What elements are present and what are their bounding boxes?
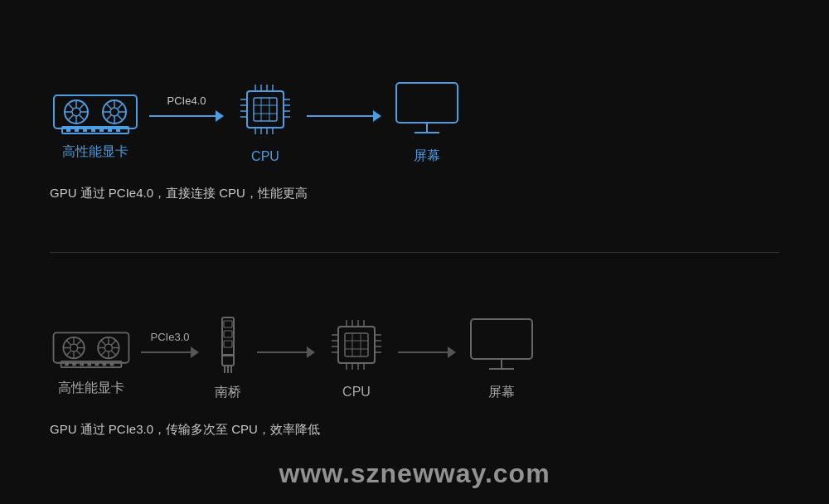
svg-rect-91 <box>338 327 375 363</box>
bottom-gpu-item: 高性能显卡 <box>50 315 133 397</box>
svg-rect-89 <box>224 331 232 337</box>
svg-line-20 <box>106 115 111 120</box>
watermark: www.sznewway.com <box>0 458 829 489</box>
bottom-cpu-item: CPU <box>323 312 390 400</box>
top-arrow1-line <box>149 110 224 122</box>
svg-rect-24 <box>83 128 87 132</box>
svg-rect-28 <box>116 128 120 132</box>
cpu-icon-blue <box>232 76 298 143</box>
svg-rect-84 <box>222 354 234 356</box>
bottom-description: GPU 通过 PCIe3.0，传输多次至 CPU，效率降低 <box>50 422 779 438</box>
svg-rect-78 <box>80 362 84 366</box>
svg-rect-81 <box>103 362 107 366</box>
svg-rect-22 <box>66 128 70 132</box>
section-bottom: 高性能显卡 PCIe3.0 <box>50 261 779 488</box>
svg-point-12 <box>110 108 119 116</box>
cpu-icon-gray <box>323 312 390 378</box>
svg-rect-76 <box>65 362 69 366</box>
svg-rect-92 <box>345 333 368 356</box>
top-description: GPU 通过 PCIe4.0，直接连接 CPU，性能更高 <box>50 186 779 201</box>
bottom-gpu-label: 高性能显卡 <box>58 380 124 397</box>
bottom-arrow1-label: PCIe3.0 <box>151 331 190 343</box>
svg-rect-26 <box>99 128 104 132</box>
svg-point-56 <box>70 344 78 351</box>
top-diagram-row: 高性能显卡 PCIe4.0 <box>50 75 779 165</box>
bottom-bridge-item: 南桥 <box>207 311 249 401</box>
svg-rect-90 <box>224 341 232 347</box>
section-divider <box>50 252 779 253</box>
svg-line-63 <box>77 340 81 344</box>
svg-rect-113 <box>471 319 532 359</box>
top-gpu-item: 高性能显卡 <box>50 79 141 161</box>
top-arrow2-line <box>307 110 381 122</box>
svg-rect-27 <box>108 128 112 132</box>
svg-line-19 <box>118 104 123 109</box>
svg-line-18 <box>118 115 123 120</box>
svg-line-64 <box>66 351 70 355</box>
svg-line-72 <box>112 351 116 355</box>
top-cpu-label: CPU <box>251 149 279 164</box>
svg-line-10 <box>68 115 73 120</box>
svg-line-7 <box>68 104 73 109</box>
bottom-arrow3-line <box>398 346 456 358</box>
screen-icon-blue <box>390 75 464 141</box>
svg-rect-25 <box>91 128 95 132</box>
svg-rect-79 <box>87 362 91 366</box>
top-cpu-item: CPU <box>232 76 298 164</box>
top-arrow2 <box>307 94 381 122</box>
svg-line-71 <box>101 340 105 344</box>
southbridge-icon <box>207 311 249 377</box>
gpu-icon-blue <box>50 79 141 137</box>
bottom-screen-label: 屏幕 <box>488 384 515 401</box>
top-screen-item: 屏幕 <box>390 75 464 165</box>
bottom-arrow1: PCIe3.0 <box>141 331 199 358</box>
top-arrow1-label: PCIe4.0 <box>167 94 206 107</box>
svg-rect-77 <box>72 362 76 366</box>
top-arrow2-label <box>342 94 346 107</box>
top-arrow1: PCIe4.0 <box>149 94 224 122</box>
bottom-screen-item: 屏幕 <box>464 311 539 401</box>
svg-line-73 <box>112 340 116 344</box>
bottom-arrow2-line <box>257 346 315 358</box>
main-container: 高性能显卡 PCIe4.0 <box>0 0 829 504</box>
top-screen-label: 屏幕 <box>414 148 440 165</box>
svg-line-17 <box>106 104 111 109</box>
section-top: 高性能显卡 PCIe4.0 <box>50 25 779 252</box>
svg-rect-88 <box>224 321 232 327</box>
bottom-arrow1-line <box>141 346 199 358</box>
svg-rect-51 <box>396 83 458 123</box>
svg-rect-80 <box>95 362 99 366</box>
bottom-bridge-label: 南桥 <box>215 384 241 401</box>
svg-point-2 <box>72 108 80 116</box>
svg-rect-23 <box>75 128 79 132</box>
top-gpu-label: 高性能显卡 <box>62 143 128 161</box>
svg-rect-82 <box>110 362 114 366</box>
svg-point-66 <box>104 344 112 351</box>
svg-line-9 <box>80 104 85 109</box>
svg-line-62 <box>77 351 81 355</box>
screen-icon-gray <box>464 311 539 377</box>
bottom-diagram-row: 高性能显卡 PCIe3.0 <box>50 311 779 401</box>
gpu-icon-gray <box>50 315 133 373</box>
svg-line-61 <box>66 340 70 344</box>
svg-rect-30 <box>254 98 277 121</box>
bottom-cpu-label: CPU <box>342 385 371 400</box>
bottom-arrow3 <box>398 331 456 358</box>
bottom-arrow2 <box>257 331 315 358</box>
svg-line-8 <box>80 115 85 120</box>
svg-line-74 <box>101 351 105 355</box>
svg-rect-29 <box>247 91 284 128</box>
